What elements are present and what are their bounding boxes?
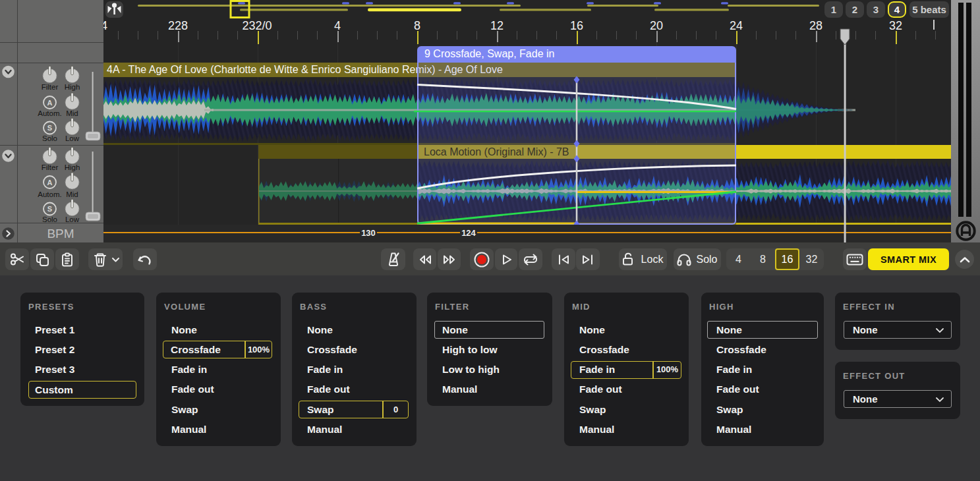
svg-text:Low: Low <box>65 134 80 142</box>
svg-text:Low: Low <box>65 215 80 223</box>
svg-text:Solo: Solo <box>42 134 57 142</box>
svg-text:Autom.: Autom. <box>38 190 61 198</box>
svg-text:Mid: Mid <box>66 190 78 198</box>
svg-text:High: High <box>65 83 80 91</box>
svg-text:High: High <box>65 163 80 171</box>
svg-text:Filter: Filter <box>42 163 59 171</box>
svg-text:Mid: Mid <box>66 109 78 117</box>
svg-text:A: A <box>47 179 53 186</box>
svg-text:A: A <box>47 99 53 107</box>
svg-text:Autom.: Autom. <box>38 109 61 117</box>
svg-text:Solo: Solo <box>42 215 57 223</box>
svg-text:S: S <box>47 124 52 132</box>
svg-text:Filter: Filter <box>42 83 59 91</box>
svg-text:S: S <box>47 205 52 213</box>
